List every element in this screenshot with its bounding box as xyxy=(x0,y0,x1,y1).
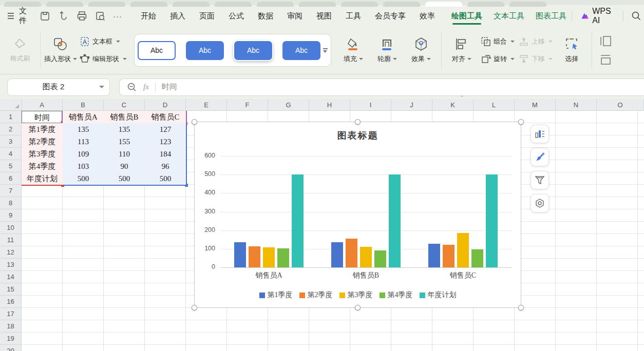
cell-D6[interactable]: 500 xyxy=(145,172,186,185)
row-header-15[interactable]: 15 xyxy=(0,283,22,296)
chart-bar-年度计划-销售员B[interactable] xyxy=(389,174,401,267)
column-header-I[interactable]: I xyxy=(350,99,391,111)
menu-tab-工具[interactable]: 工具 xyxy=(346,11,361,21)
chart-bar-第4季度-销售员B[interactable] xyxy=(374,250,386,267)
shape-style-4[interactable]: Abc xyxy=(282,41,320,60)
gallery-more-button[interactable] xyxy=(321,34,329,66)
cell-B3[interactable]: 113 xyxy=(63,135,104,148)
column-header-G[interactable]: G xyxy=(268,99,309,111)
height-icon[interactable] xyxy=(599,53,613,66)
edit-shape-button[interactable]: 编辑形状 xyxy=(80,53,127,65)
cell-B1[interactable]: 销售员A xyxy=(63,111,104,123)
legend-item-第3季度[interactable]: 第3季度 xyxy=(339,290,373,300)
column-header-E[interactable]: E xyxy=(186,99,227,111)
search-icon[interactable] xyxy=(631,10,641,22)
row-header-3[interactable]: 3 xyxy=(0,135,22,148)
cell-A4[interactable]: 第3季度 xyxy=(22,148,63,160)
cell-C1[interactable]: 销售员B xyxy=(104,111,145,123)
cell-A3[interactable]: 第2季度 xyxy=(22,135,63,148)
chart-bar-第3季度-销售员B[interactable] xyxy=(360,247,372,267)
row-header-1[interactable]: 1 xyxy=(0,111,22,123)
cell-C4[interactable]: 110 xyxy=(104,148,145,160)
shape-style-3[interactable]: Abc xyxy=(234,41,272,60)
cell-C3[interactable]: 155 xyxy=(104,135,145,148)
chart-resize-handle[interactable] xyxy=(518,305,524,310)
wps-ai-button[interactable]: WPS AI xyxy=(580,7,615,25)
row-header-4[interactable]: 4 xyxy=(0,148,22,160)
cell-B5[interactable]: 103 xyxy=(63,160,104,172)
fill-button[interactable]: 填充 xyxy=(336,30,370,71)
cell-D5[interactable]: 96 xyxy=(145,160,186,172)
chart-resize-handle[interactable] xyxy=(355,119,361,125)
align-button[interactable]: 对齐 xyxy=(445,30,479,71)
chart-bar-第3季度-销售员A[interactable] xyxy=(263,247,275,267)
menu-tab-公式[interactable]: 公式 xyxy=(229,11,244,21)
chart-bar-年度计划-销售员A[interactable] xyxy=(292,174,304,267)
chart-bar-第1季度-销售员C[interactable] xyxy=(428,244,440,267)
cell-B2[interactable]: 135 xyxy=(63,123,104,135)
tool-tab-绘图工具[interactable]: 绘图工具 xyxy=(451,11,482,21)
chart-settings-button[interactable] xyxy=(531,194,549,212)
column-header-O[interactable]: O xyxy=(597,99,644,111)
row-header-19[interactable]: 19 xyxy=(0,333,22,345)
chart-bar-第2季度-销售员C[interactable] xyxy=(443,245,454,267)
effects-button[interactable]: 效果 xyxy=(404,30,438,71)
name-box[interactable]: 图表 2 xyxy=(7,79,110,96)
cell-A2[interactable]: 第1季度 xyxy=(22,123,63,135)
row-header-6[interactable]: 6 xyxy=(0,172,22,185)
column-header-A[interactable]: A xyxy=(22,99,63,111)
select-button[interactable]: 选择 xyxy=(555,30,589,71)
undo-icon[interactable] xyxy=(58,10,69,22)
menu-tab-审阅[interactable]: 审阅 xyxy=(287,11,302,21)
chart-bar-第2季度-销售员B[interactable] xyxy=(346,239,357,267)
row-header-12[interactable]: 12 xyxy=(0,246,22,259)
menu-tab-效率[interactable]: 效率 xyxy=(420,11,435,21)
cell-B4[interactable]: 109 xyxy=(63,148,104,160)
menu-tab-开始[interactable]: 开始 xyxy=(141,11,156,21)
chart-bar-年度计划-销售员C[interactable] xyxy=(486,174,498,267)
tool-tab-文本工具[interactable]: 文本工具 xyxy=(494,11,524,21)
row-header-11[interactable]: 11 xyxy=(0,234,22,246)
chart-resize-handle[interactable] xyxy=(355,305,361,310)
menu-tab-视图[interactable]: 视图 xyxy=(316,11,332,21)
row-header-17[interactable]: 17 xyxy=(0,308,22,320)
cell-B6[interactable]: 500 xyxy=(63,172,104,185)
legend-item-年度计划[interactable]: 年度计划 xyxy=(420,290,457,300)
column-header-M[interactable]: M xyxy=(515,99,556,111)
group-button[interactable]: 组合 xyxy=(481,35,515,48)
rotate-button[interactable]: 旋转 xyxy=(481,53,515,65)
chart-elements-button[interactable] xyxy=(531,125,549,143)
menu-tab-插入[interactable]: 插入 xyxy=(170,11,185,21)
legend-item-第2季度[interactable]: 第2季度 xyxy=(299,290,333,300)
row-header-16[interactable]: 16 xyxy=(0,296,22,308)
column-header-F[interactable]: F xyxy=(227,99,268,111)
cell-D1[interactable]: 销售员C xyxy=(145,111,186,123)
chart-bar-第4季度-销售员A[interactable] xyxy=(277,248,289,267)
menu-tab-页面[interactable]: 页面 xyxy=(199,11,215,21)
cell-C5[interactable]: 90 xyxy=(104,160,145,172)
cell-A5[interactable]: 第4季度 xyxy=(22,160,63,172)
legend-item-第4季度[interactable]: 第4季度 xyxy=(380,290,413,300)
formula-input[interactable]: fx 时间 xyxy=(119,79,644,96)
outline-button[interactable]: 轮廓 xyxy=(370,30,404,71)
chart-resize-handle[interactable] xyxy=(192,119,197,125)
chart-bar-第4季度-销售员C[interactable] xyxy=(471,249,483,267)
shape-style-1[interactable]: Abc xyxy=(138,41,176,60)
select-all-corner[interactable] xyxy=(0,99,22,111)
chart-bar-第1季度-销售员A[interactable] xyxy=(234,242,246,267)
row-header-20[interactable]: 20 xyxy=(0,345,22,351)
file-menu[interactable]: 文件 xyxy=(7,6,27,26)
insert-shape-button[interactable]: 插入形状 xyxy=(44,30,78,71)
width-icon[interactable] xyxy=(599,35,613,47)
save-icon[interactable] xyxy=(39,10,50,22)
chart-bar-第3季度-销售员C[interactable] xyxy=(457,233,469,267)
column-header-J[interactable]: J xyxy=(391,99,432,111)
row-header-2[interactable]: 2 xyxy=(0,123,22,135)
menu-tab-会员专享[interactable]: 会员专享 xyxy=(375,11,406,21)
chart-style-button[interactable] xyxy=(531,148,549,166)
more-icon[interactable]: ··· xyxy=(113,12,122,21)
shape-style-2[interactable]: Abc xyxy=(186,41,224,60)
chart-title[interactable]: 图表标题 xyxy=(195,129,521,142)
row-header-5[interactable]: 5 xyxy=(0,160,22,172)
column-header-B[interactable]: B xyxy=(63,99,104,111)
